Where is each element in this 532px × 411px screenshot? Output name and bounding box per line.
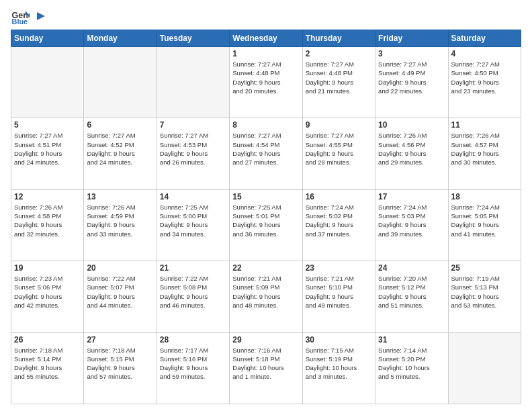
day-number: 20 [87, 263, 153, 273]
calendar-cell: 14Sunrise: 7:25 AMSunset: 5:00 PMDayligh… [157, 189, 229, 261]
day-info: Sunrise: 7:27 AMSunset: 4:50 PMDaylight:… [451, 60, 518, 95]
day-number: 24 [378, 263, 445, 273]
calendar-cell: 18Sunrise: 7:24 AMSunset: 5:05 PMDayligh… [448, 189, 521, 261]
calendar-cell: 4Sunrise: 7:27 AMSunset: 4:50 PMDaylight… [448, 47, 521, 118]
calendar-cell: 31Sunrise: 7:14 AMSunset: 5:20 PMDayligh… [375, 332, 448, 404]
day-info: Sunrise: 7:25 AMSunset: 5:00 PMDaylight:… [160, 203, 226, 238]
day-number: 9 [306, 120, 372, 130]
header: General Blue [11, 7, 521, 26]
weekday-header-tuesday: Tuesday [157, 30, 229, 47]
day-number: 4 [451, 49, 518, 58]
calendar-cell: 29Sunrise: 7:16 AMSunset: 5:18 PMDayligh… [230, 332, 302, 404]
day-number: 11 [451, 120, 518, 130]
day-info: Sunrise: 7:27 AMSunset: 4:55 PMDaylight:… [306, 131, 372, 167]
day-number: 27 [87, 335, 153, 345]
day-number: 15 [232, 192, 299, 201]
day-info: Sunrise: 7:27 AMSunset: 4:49 PMDaylight:… [378, 60, 445, 95]
calendar-cell [11, 47, 84, 118]
weekday-header-sunday: Sunday [11, 30, 84, 47]
calendar-cell: 24Sunrise: 7:20 AMSunset: 5:12 PMDayligh… [375, 261, 448, 332]
day-number: 7 [160, 120, 226, 130]
logo: General Blue [11, 7, 46, 26]
calendar-cell: 7Sunrise: 7:27 AMSunset: 4:53 PMDaylight… [157, 118, 229, 189]
calendar-cell: 17Sunrise: 7:24 AMSunset: 5:03 PMDayligh… [375, 189, 448, 261]
day-info: Sunrise: 7:26 AMSunset: 4:59 PMDaylight:… [87, 203, 153, 238]
day-info: Sunrise: 7:25 AMSunset: 5:01 PMDaylight:… [232, 203, 299, 238]
day-number: 17 [378, 192, 445, 201]
day-info: Sunrise: 7:22 AMSunset: 5:08 PMDaylight:… [160, 274, 226, 310]
day-info: Sunrise: 7:26 AMSunset: 4:57 PMDaylight:… [451, 131, 518, 167]
day-info: Sunrise: 7:21 AMSunset: 5:10 PMDaylight:… [306, 274, 372, 310]
day-number: 6 [87, 120, 153, 130]
day-number: 19 [14, 263, 81, 273]
day-info: Sunrise: 7:24 AMSunset: 5:02 PMDaylight:… [306, 203, 372, 238]
day-number: 21 [160, 263, 226, 273]
day-info: Sunrise: 7:24 AMSunset: 5:03 PMDaylight:… [378, 203, 445, 238]
page: General Blue SundayMondayTuesdayWed [0, 0, 532, 411]
day-info: Sunrise: 7:26 AMSunset: 4:56 PMDaylight:… [378, 131, 445, 167]
day-number: 8 [232, 120, 299, 130]
day-info: Sunrise: 7:27 AMSunset: 4:54 PMDaylight:… [232, 131, 299, 167]
weekday-header-thursday: Thursday [302, 30, 375, 47]
calendar-cell: 8Sunrise: 7:27 AMSunset: 4:54 PMDaylight… [230, 118, 302, 189]
calendar-cell [448, 332, 521, 404]
calendar-cell: 13Sunrise: 7:26 AMSunset: 4:59 PMDayligh… [84, 189, 157, 261]
calendar-cell: 28Sunrise: 7:17 AMSunset: 5:16 PMDayligh… [157, 332, 229, 404]
week-row-2: 12Sunrise: 7:26 AMSunset: 4:58 PMDayligh… [11, 189, 521, 261]
calendar-cell: 21Sunrise: 7:22 AMSunset: 5:08 PMDayligh… [157, 261, 229, 332]
day-number: 28 [160, 335, 226, 345]
svg-text:Blue: Blue [12, 17, 28, 26]
day-number: 2 [306, 49, 372, 58]
day-info: Sunrise: 7:27 AMSunset: 4:52 PMDaylight:… [87, 131, 153, 167]
day-info: Sunrise: 7:16 AMSunset: 5:18 PMDaylight:… [232, 346, 299, 381]
weekday-header-saturday: Saturday [448, 30, 521, 47]
calendar-cell: 10Sunrise: 7:26 AMSunset: 4:56 PMDayligh… [375, 118, 448, 189]
day-info: Sunrise: 7:26 AMSunset: 4:58 PMDaylight:… [14, 203, 81, 238]
day-number: 12 [14, 192, 81, 201]
calendar-cell: 3Sunrise: 7:27 AMSunset: 4:49 PMDaylight… [375, 47, 448, 118]
calendar-cell [84, 47, 157, 118]
calendar-cell: 1Sunrise: 7:27 AMSunset: 4:48 PMDaylight… [230, 47, 302, 118]
calendar-cell: 12Sunrise: 7:26 AMSunset: 4:58 PMDayligh… [11, 189, 84, 261]
day-info: Sunrise: 7:21 AMSunset: 5:09 PMDaylight:… [232, 274, 299, 310]
week-row-3: 19Sunrise: 7:23 AMSunset: 5:06 PMDayligh… [11, 261, 521, 332]
day-info: Sunrise: 7:14 AMSunset: 5:20 PMDaylight:… [378, 346, 445, 381]
day-info: Sunrise: 7:19 AMSunset: 5:13 PMDaylight:… [451, 274, 518, 310]
weekday-header-wednesday: Wednesday [230, 30, 302, 47]
calendar-cell: 16Sunrise: 7:24 AMSunset: 5:02 PMDayligh… [302, 189, 375, 261]
calendar-cell: 20Sunrise: 7:22 AMSunset: 5:07 PMDayligh… [84, 261, 157, 332]
day-info: Sunrise: 7:27 AMSunset: 4:48 PMDaylight:… [232, 60, 299, 95]
day-number: 18 [451, 192, 518, 201]
day-info: Sunrise: 7:22 AMSunset: 5:07 PMDaylight:… [87, 274, 153, 310]
day-info: Sunrise: 7:27 AMSunset: 4:53 PMDaylight:… [160, 131, 226, 167]
calendar-cell: 5Sunrise: 7:27 AMSunset: 4:51 PMDaylight… [11, 118, 84, 189]
day-info: Sunrise: 7:27 AMSunset: 4:48 PMDaylight:… [306, 60, 372, 95]
svg-marker-3 [37, 12, 45, 20]
calendar-cell: 15Sunrise: 7:25 AMSunset: 5:01 PMDayligh… [230, 189, 302, 261]
calendar-table: SundayMondayTuesdayWednesdayThursdayFrid… [11, 30, 521, 404]
week-row-1: 5Sunrise: 7:27 AMSunset: 4:51 PMDaylight… [11, 118, 521, 189]
logo-icon: General Blue [11, 7, 30, 26]
calendar-cell: 26Sunrise: 7:18 AMSunset: 5:14 PMDayligh… [11, 332, 84, 404]
day-number: 29 [232, 335, 299, 345]
day-number: 31 [378, 335, 445, 345]
logo-arrow-icon [33, 10, 45, 22]
day-info: Sunrise: 7:27 AMSunset: 4:51 PMDaylight:… [14, 131, 81, 167]
weekday-header-friday: Friday [375, 30, 448, 47]
day-number: 16 [306, 192, 372, 201]
weekday-header-monday: Monday [84, 30, 157, 47]
calendar-cell [157, 47, 229, 118]
day-info: Sunrise: 7:20 AMSunset: 5:12 PMDaylight:… [378, 274, 445, 310]
day-number: 22 [232, 263, 299, 273]
weekday-header-row: SundayMondayTuesdayWednesdayThursdayFrid… [11, 30, 521, 47]
week-row-4: 26Sunrise: 7:18 AMSunset: 5:14 PMDayligh… [11, 332, 521, 404]
calendar-cell: 19Sunrise: 7:23 AMSunset: 5:06 PMDayligh… [11, 261, 84, 332]
calendar-cell: 23Sunrise: 7:21 AMSunset: 5:10 PMDayligh… [302, 261, 375, 332]
calendar-cell: 22Sunrise: 7:21 AMSunset: 5:09 PMDayligh… [230, 261, 302, 332]
day-number: 10 [378, 120, 445, 130]
day-number: 30 [306, 335, 372, 345]
calendar-cell: 30Sunrise: 7:15 AMSunset: 5:19 PMDayligh… [302, 332, 375, 404]
day-info: Sunrise: 7:17 AMSunset: 5:16 PMDaylight:… [160, 346, 226, 381]
day-number: 1 [232, 49, 299, 58]
calendar-cell: 11Sunrise: 7:26 AMSunset: 4:57 PMDayligh… [448, 118, 521, 189]
